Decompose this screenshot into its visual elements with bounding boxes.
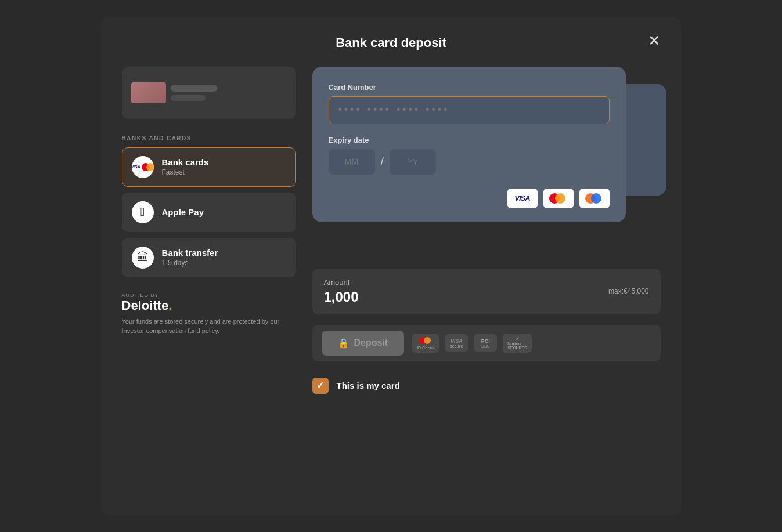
amount-left: Amount 1,000 bbox=[324, 278, 359, 305]
maestro-logo bbox=[579, 189, 610, 208]
modal-header: Bank card deposit ✕ bbox=[122, 35, 661, 50]
card-number-input[interactable] bbox=[329, 96, 610, 124]
apple-pay-info: Apple Pay bbox=[162, 207, 204, 217]
deloitte-name: Deloitte. bbox=[122, 298, 296, 313]
card-logos: VISA bbox=[329, 189, 610, 208]
apple-pay-icon:  bbox=[132, 201, 154, 223]
expiry-row: / bbox=[329, 149, 610, 175]
visa-logo: VISA bbox=[507, 189, 538, 208]
my-card-row: ✓ This is my card bbox=[312, 372, 661, 400]
my-card-checkbox[interactable]: ✓ bbox=[312, 378, 329, 394]
expiry-yy-input[interactable] bbox=[390, 149, 436, 175]
bank-cards-info: Bank cards Fastest bbox=[162, 157, 209, 176]
deposit-btn-label: Deposit bbox=[354, 338, 388, 348]
bank-transfer-name: Bank transfer bbox=[162, 248, 218, 258]
mastercard-secure-badge: ID Check bbox=[412, 334, 439, 353]
visa-secure-badge: VISA secure bbox=[445, 334, 468, 352]
payment-option-apple-pay[interactable]:  Apple Pay bbox=[122, 193, 296, 232]
maestro-right-circle bbox=[591, 193, 601, 204]
amount-label: Amount bbox=[324, 278, 359, 287]
form-area: CVV The last 3 digits on the reverse Car… bbox=[312, 67, 661, 400]
security-logos: ID Check VISA secure PCI DSS ✓ NortonSEC… bbox=[412, 334, 532, 353]
card-number-label: Card Number bbox=[329, 83, 610, 92]
deposit-modal: Bank card deposit ✕ BANKS AND CARDS bbox=[101, 17, 682, 516]
maestro-circles bbox=[585, 193, 604, 204]
bank-transfer-sub: 1-5 days bbox=[162, 259, 218, 267]
sidebar: BANKS AND CARDS VISA Bank cards Faste bbox=[122, 67, 296, 400]
modal-body: BANKS AND CARDS VISA Bank cards Faste bbox=[122, 67, 661, 400]
expiry-mm-input[interactable] bbox=[329, 149, 375, 175]
deloitte-description: Your funds are stored securely and are p… bbox=[122, 317, 296, 336]
main-card-form: Card Number Expiry date / VISA bbox=[312, 67, 626, 222]
checkmark-icon: ✓ bbox=[316, 380, 324, 391]
bank-cards-sub: Fastest bbox=[162, 168, 209, 176]
blur-preview bbox=[131, 82, 217, 103]
bank-transfer-info: Bank transfer 1-5 days bbox=[162, 248, 218, 267]
amount-box: Amount 1,000 max:€45,000 bbox=[312, 269, 661, 314]
bank-transfer-icon: 🏛 bbox=[132, 247, 154, 269]
amount-value: 1,000 bbox=[324, 289, 359, 305]
expiry-label: Expiry date bbox=[329, 136, 610, 144]
norton-secured-badge: ✓ NortonSECURED bbox=[503, 334, 532, 353]
deloitte-dot: . bbox=[168, 298, 172, 313]
payment-option-bank-cards[interactable]: VISA Bank cards Fastest bbox=[122, 147, 296, 187]
amount-max: max:€45,000 bbox=[608, 287, 648, 295]
section-label: BANKS AND CARDS bbox=[122, 135, 296, 142]
cards-stack: CVV The last 3 digits on the reverse Car… bbox=[312, 67, 661, 252]
apple-pay-name: Apple Pay bbox=[162, 207, 204, 217]
payment-option-bank-transfer[interactable]: 🏛 Bank transfer 1-5 days bbox=[122, 238, 296, 277]
deposit-row: 🔒 Deposit ID Check VISA secure bbox=[312, 325, 661, 361]
mastercard-logo bbox=[543, 189, 574, 208]
user-card-preview bbox=[122, 67, 296, 119]
close-button[interactable]: ✕ bbox=[648, 33, 661, 48]
bank-cards-name: Bank cards bbox=[162, 157, 209, 167]
expiry-separator: / bbox=[381, 155, 384, 168]
pci-dss-badge: PCI DSS bbox=[474, 334, 497, 352]
modal-title: Bank card deposit bbox=[336, 35, 446, 50]
deloitte-section: AUDITED BY Deloitte. Your funds are stor… bbox=[122, 292, 296, 336]
bank-cards-icon: VISA bbox=[132, 156, 154, 178]
lock-icon: 🔒 bbox=[338, 338, 349, 349]
my-card-label: This is my card bbox=[337, 381, 400, 390]
deposit-button[interactable]: 🔒 Deposit bbox=[322, 331, 405, 356]
mastercard-circles bbox=[549, 193, 568, 204]
mc-right-circle bbox=[555, 193, 565, 204]
audited-by-label: AUDITED BY bbox=[122, 292, 296, 298]
